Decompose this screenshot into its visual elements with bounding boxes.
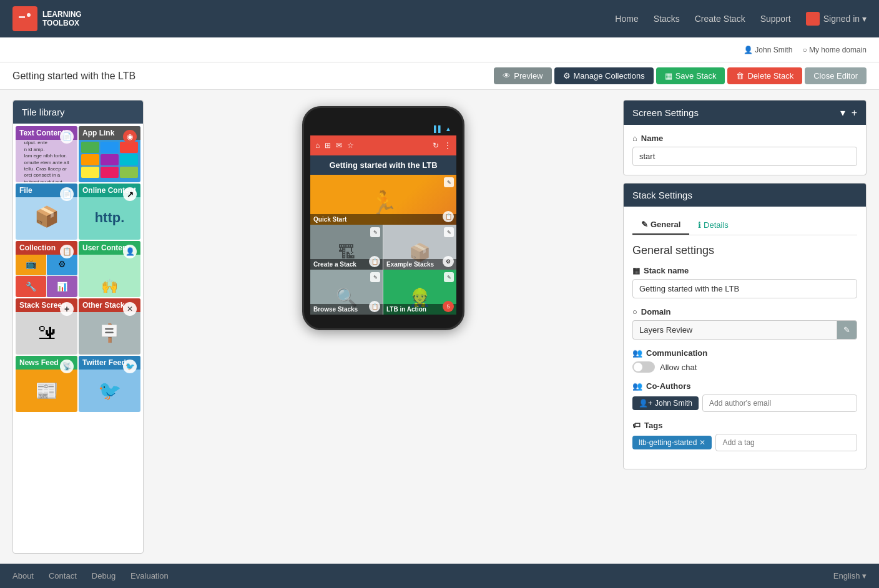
tags-label: 🏷 Tags xyxy=(632,421,857,430)
footer-contact[interactable]: Contact xyxy=(49,571,77,581)
phone-tile-example-stacks[interactable]: ✎ 📦 Example Stacks ⚙ xyxy=(383,225,456,270)
co-authors-input-row: 👤+ John Smith xyxy=(632,394,857,412)
domain-field: ○ Domain ✎ xyxy=(632,307,857,340)
screen-name-input[interactable] xyxy=(632,147,857,166)
author-tag-john: 👤+ John Smith xyxy=(632,396,699,410)
signed-in-button[interactable]: Signed in ▾ xyxy=(806,12,867,26)
create-stack-copy-btn[interactable]: 📋 xyxy=(369,256,380,267)
stack-name-label: ▦ Stack name xyxy=(632,266,857,275)
screen-settings-title: Screen Settings xyxy=(632,107,699,118)
tile-file[interactable]: File 📦 📄 xyxy=(16,184,77,240)
allow-chat-label: Allow chat xyxy=(660,363,697,372)
footer-about[interactable]: About xyxy=(12,571,34,581)
delete-stack-button[interactable]: 🗑 Delete Stack xyxy=(727,67,802,84)
phone-menu-icon: ⋮ xyxy=(444,141,451,150)
editor-area: Tile library Text Content ulput. enten i… xyxy=(0,90,879,564)
nav-home[interactable]: Home xyxy=(615,14,638,24)
tile-twitter-feed-icon: 🐦 xyxy=(123,360,137,373)
domain-edit-btn[interactable]: ✎ xyxy=(837,320,857,340)
svg-rect-1 xyxy=(19,16,25,18)
tag-input[interactable] xyxy=(715,434,857,451)
phone-refresh-icon: ↻ xyxy=(433,141,439,150)
footer-evaluation[interactable]: Evaluation xyxy=(130,571,169,581)
tags-field: 🏷 Tags ltb-getting-started ✕ xyxy=(632,421,857,451)
stack-settings-title: Stack Settings xyxy=(632,190,692,200)
stack-settings-panel: Stack Settings ✎ General ℹ Details Gener… xyxy=(623,183,867,469)
tile-news-feed[interactable]: News Feed 📰 📡 xyxy=(16,356,77,412)
phone-mockup: ▌▌ ▲ ⌂ ⊞ ✉ ☆ ↻ ⋮ Getting started with th… xyxy=(302,106,464,330)
nav-stacks[interactable]: Stacks xyxy=(654,14,680,24)
tile-stack-screen-icon: + xyxy=(60,302,74,316)
tile-text-content[interactable]: Text Content ulput. enten id amp.lam ege… xyxy=(16,126,77,182)
tile-app-link-icon: ◉ xyxy=(123,130,137,144)
manage-collections-button[interactable]: ⚙ Manage Collections xyxy=(554,67,654,84)
user-profile-link[interactable]: 👤 John Smith xyxy=(744,46,792,54)
nav-create-stack[interactable]: Create Stack xyxy=(695,14,745,24)
quick-start-label: Quick Start xyxy=(310,214,456,225)
save-stack-button[interactable]: ▦ Save Stack xyxy=(656,67,725,84)
tile-online-content[interactable]: Online Content http. ↗ xyxy=(79,184,140,240)
domain-label: ○ Domain xyxy=(632,307,857,316)
edit-icon: ✎ xyxy=(641,220,648,229)
svg-rect-0 xyxy=(17,11,32,26)
close-editor-button[interactable]: Close Editor xyxy=(805,67,867,84)
footer: About Contact Debug Evaluation English ▾ xyxy=(0,564,879,588)
home-icon: ⌂ xyxy=(632,134,637,143)
author-email-input[interactable] xyxy=(702,394,857,412)
stack-settings-tabs: ✎ General ℹ Details xyxy=(632,215,857,235)
logo-area[interactable]: LEARNINGTOOLBOX xyxy=(12,6,82,31)
tab-details[interactable]: ℹ Details xyxy=(689,215,737,235)
phone-tile-grid: ✎ 🏃 Quick Start 📋 ✎ 🏗 Create a Stack xyxy=(310,175,456,315)
tile-collection-icon: 📋 xyxy=(60,245,74,258)
tab-general[interactable]: ✎ General xyxy=(632,215,689,235)
general-settings-title: General settings xyxy=(632,244,857,257)
tile-grid: Text Content ulput. enten id amp.lam ege… xyxy=(13,124,143,414)
tags-input-row: ltb-getting-started ✕ xyxy=(632,434,857,451)
tile-app-link[interactable]: App Link ◉ xyxy=(79,126,140,182)
manage-icon: ⚙ xyxy=(563,71,571,81)
tile-twitter-feed[interactable]: Twitter Feed 🐦 🐦 xyxy=(79,356,140,412)
stack-settings-header: Stack Settings xyxy=(624,184,866,207)
phone-status-bar: ▌▌ ▲ xyxy=(310,122,456,135)
preview-button[interactable]: 👁 Preview xyxy=(494,67,551,84)
sub-navigation: 👤 John Smith ○ My home domain xyxy=(0,37,879,62)
example-stacks-settings-btn[interactable]: ⚙ xyxy=(443,256,454,267)
user-avatar xyxy=(806,12,820,26)
phone-tile-row-2: ✎ 🔍 Browse Stacks 📋 ✎ 👷 LTB in Action xyxy=(310,270,456,315)
communication-icon: 👥 xyxy=(632,348,642,358)
tile-other-stack[interactable]: Other Stack 🪧 ✕ xyxy=(79,298,140,355)
screen-settings-dropdown-btn[interactable]: ▾ xyxy=(840,107,845,119)
logo-icon xyxy=(12,6,37,31)
phone-tile-browse-stacks[interactable]: ✎ 🔍 Browse Stacks 📋 xyxy=(310,270,383,315)
tag-remove-btn[interactable]: ✕ xyxy=(699,438,705,447)
domain-link[interactable]: ○ My home domain xyxy=(802,46,867,54)
phone-tile-create-stack[interactable]: ✎ 🏗 Create a Stack 📋 xyxy=(310,225,383,270)
phone-wifi: ▲ xyxy=(445,125,451,132)
name-field-label: ⌂ Name xyxy=(632,134,857,143)
phone-mail-icon: ✉ xyxy=(336,141,342,150)
stack-name-input[interactable] xyxy=(632,279,857,298)
phone-preview-area: ▌▌ ▲ ⌂ ⊞ ✉ ☆ ↻ ⋮ Getting started with th… xyxy=(154,100,613,554)
logo-text: LEARNINGTOOLBOX xyxy=(42,10,82,28)
communication-field: 👥 Communication Allow chat xyxy=(632,348,857,373)
tile-file-icon: 📄 xyxy=(60,187,74,201)
allow-chat-toggle[interactable] xyxy=(632,361,655,373)
footer-debug[interactable]: Debug xyxy=(92,571,115,581)
co-authors-icon: 👥 xyxy=(632,381,642,391)
tile-stack-screen[interactable]: Stack Screen 🏜 + xyxy=(16,298,77,355)
screen-settings-add-btn[interactable]: + xyxy=(852,107,857,119)
language-selector[interactable]: English ▾ xyxy=(833,571,867,581)
tile-news-feed-icon: 📡 xyxy=(60,360,74,373)
quick-start-copy-btn[interactable]: 📋 xyxy=(443,211,454,222)
phone-tile-quick-start[interactable]: ✎ 🏃 Quick Start 📋 xyxy=(310,175,456,225)
toolbar-buttons: 👁 Preview ⚙ Manage Collections ▦ Save St… xyxy=(494,67,867,84)
nav-support[interactable]: Support xyxy=(760,14,791,24)
co-authors-label: 👥 Co-Authors xyxy=(632,381,857,391)
tile-collection[interactable]: Collection 📺 ⚙ 🔧 📊 📋 xyxy=(16,241,77,297)
browse-stacks-copy-btn[interactable]: 📋 xyxy=(369,301,380,312)
phone-star-icon: ☆ xyxy=(347,141,354,150)
tile-user-content[interactable]: User Content 🙌 👤 xyxy=(79,241,140,297)
domain-input-group: ✎ xyxy=(632,320,857,340)
co-authors-field: 👥 Co-Authors 👤+ John Smith xyxy=(632,381,857,412)
phone-tile-ltb-action[interactable]: ✎ 👷 LTB in Action 5 xyxy=(383,270,456,315)
